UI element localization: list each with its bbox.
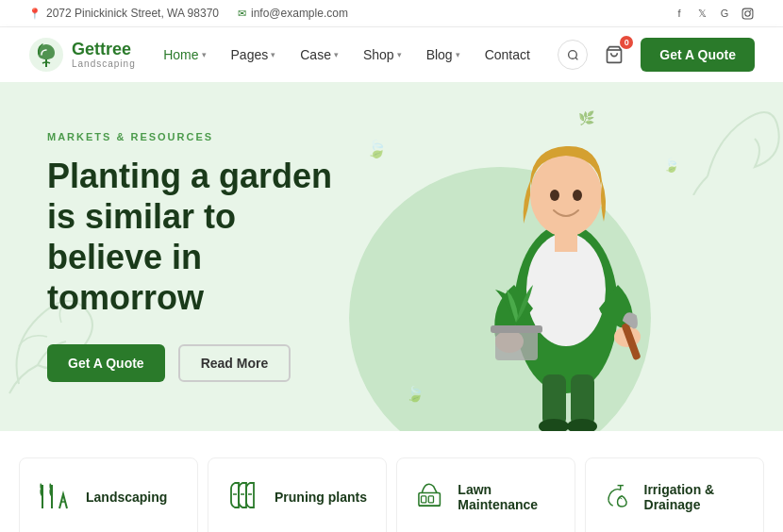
svg-rect-31 bbox=[428, 496, 433, 503]
svg-rect-30 bbox=[422, 496, 426, 503]
service-card-pruning: Pruning plants Lorem ipsum dolor sit ame… bbox=[208, 457, 387, 532]
hero-content: MARKETS & RESOURCES Planting a garden is… bbox=[0, 93, 396, 421]
svg-rect-20 bbox=[571, 374, 594, 426]
google-icon[interactable]: G bbox=[717, 6, 732, 21]
topbar-left: 📍 2072 Pinickinick Street, WA 98370 ✉ in… bbox=[28, 7, 348, 20]
address-text: 2072 Pinickinick Street, WA 98370 bbox=[46, 7, 219, 20]
services-section: Landscaping Lorem ipsum dolor sit amet, … bbox=[0, 431, 783, 532]
hero-readmore-button[interactable]: Read More bbox=[178, 344, 292, 382]
irrigation-icon bbox=[601, 475, 633, 515]
service-header-landscaping: Landscaping bbox=[35, 475, 182, 524]
svg-rect-16 bbox=[491, 325, 542, 333]
nav-actions: 0 Get A Quote bbox=[558, 38, 755, 72]
service-title-landscaping: Landscaping bbox=[86, 490, 167, 505]
hero-person-image bbox=[425, 110, 708, 431]
service-header-lawn: Lawn Maintenance bbox=[412, 475, 559, 524]
hero-title: Planting a garden is similar to believe … bbox=[47, 156, 349, 319]
svg-point-12 bbox=[550, 190, 559, 201]
service-title-lawn: Lawn Maintenance bbox=[458, 482, 559, 512]
hero-label: MARKETS & RESOURCES bbox=[47, 131, 349, 142]
nav-item-case[interactable]: Case ▾ bbox=[291, 42, 348, 68]
header-quote-button[interactable]: Get A Quote bbox=[641, 38, 755, 72]
nav-item-blog[interactable]: Blog ▾ bbox=[417, 42, 470, 68]
chevron-down-icon: ▾ bbox=[397, 50, 402, 59]
service-header-irrigation: Irrigation & Drainage bbox=[601, 475, 748, 524]
hero-quote-button[interactable]: Get A Quote bbox=[47, 344, 165, 382]
service-card-irrigation: Irrigation & Drainage Lorem ipsum dolor … bbox=[585, 457, 764, 532]
landscaping-icon bbox=[35, 475, 75, 515]
email-info: ✉ info@example.com bbox=[238, 7, 348, 20]
nav-item-shop[interactable]: Shop ▾ bbox=[354, 42, 411, 68]
svg-point-2 bbox=[749, 9, 751, 11]
nav-item-home[interactable]: Home ▾ bbox=[154, 42, 215, 68]
cart-count: 0 bbox=[620, 36, 633, 49]
svg-point-1 bbox=[744, 10, 749, 15]
svg-rect-11 bbox=[555, 231, 577, 252]
logo-text: Gettree Landscaping bbox=[72, 41, 136, 70]
facebook-icon[interactable]: f bbox=[672, 6, 687, 21]
svg-point-5 bbox=[568, 50, 576, 58]
svg-rect-29 bbox=[419, 492, 440, 506]
logo[interactable]: Gettree Landscaping bbox=[28, 37, 136, 73]
email-text: info@example.com bbox=[251, 7, 348, 20]
main-nav: Home ▾ Pages ▾ Case ▾ Shop ▾ Blog ▾ Cont… bbox=[154, 42, 540, 68]
leaf-decoration-4: 🍃 bbox=[406, 385, 425, 403]
email-icon: ✉ bbox=[238, 8, 246, 20]
service-card-landscaping: Landscaping Lorem ipsum dolor sit amet, … bbox=[19, 457, 198, 532]
chevron-down-icon: ▾ bbox=[202, 50, 207, 59]
svg-point-10 bbox=[530, 154, 602, 237]
topbar-right: f 𝕏 G bbox=[672, 6, 755, 21]
service-title-irrigation: Irrigation & Drainage bbox=[644, 482, 748, 512]
pruning-icon bbox=[224, 475, 263, 515]
svg-point-13 bbox=[573, 190, 582, 201]
hero-buttons: Get A Quote Read More bbox=[47, 344, 349, 382]
nav-item-contact[interactable]: Contact bbox=[475, 42, 540, 68]
person-svg bbox=[439, 120, 693, 431]
twitter-icon[interactable]: 𝕏 bbox=[694, 6, 709, 21]
svg-rect-0 bbox=[742, 8, 753, 19]
location-icon: 📍 bbox=[28, 8, 42, 20]
service-header-pruning: Pruning plants bbox=[224, 475, 371, 524]
social-links: f 𝕏 G bbox=[672, 6, 755, 21]
svg-rect-19 bbox=[542, 374, 566, 426]
chevron-down-icon: ▾ bbox=[334, 50, 339, 59]
cart-button[interactable]: 0 bbox=[599, 40, 629, 70]
chevron-down-icon: ▾ bbox=[456, 50, 460, 59]
logo-icon bbox=[28, 37, 64, 73]
instagram-icon[interactable] bbox=[740, 6, 755, 21]
service-title-pruning: Pruning plants bbox=[275, 490, 367, 505]
chevron-down-icon: ▾ bbox=[271, 50, 275, 59]
service-card-lawn: Lawn Maintenance Lorem ipsum dolor sit a… bbox=[396, 457, 575, 532]
lawn-icon bbox=[412, 475, 446, 515]
address-info: 📍 2072 Pinickinick Street, WA 98370 bbox=[28, 7, 219, 20]
topbar: 📍 2072 Pinickinick Street, WA 98370 ✉ in… bbox=[0, 0, 783, 27]
nav-item-pages[interactable]: Pages ▾ bbox=[222, 42, 286, 68]
svg-line-6 bbox=[575, 58, 577, 59]
header: Gettree Landscaping Home ▾ Pages ▾ Case … bbox=[0, 27, 783, 82]
search-button[interactable] bbox=[558, 40, 588, 70]
hero-section: MARKETS & RESOURCES Planting a garden is… bbox=[0, 82, 783, 431]
